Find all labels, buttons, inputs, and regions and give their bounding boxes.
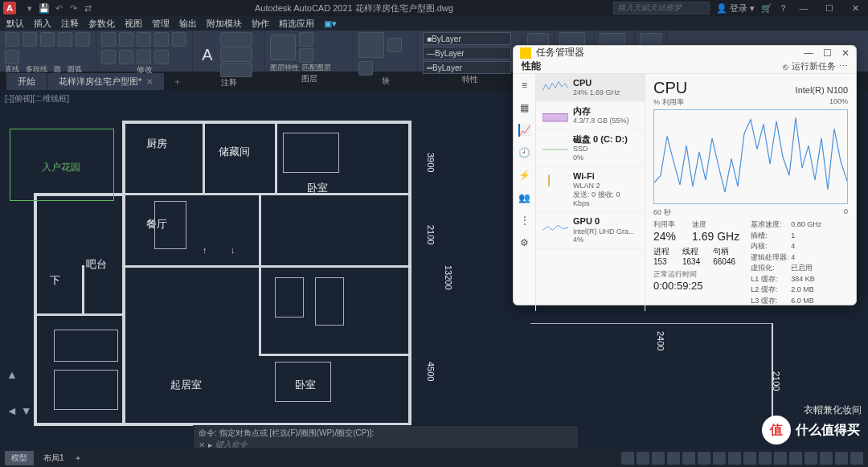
task-manager-window[interactable]: 任务管理器 — ☐ ✕ 性能 ⎋ 运行新任务 ⋯ ≡ ▦ 📈 🕘 ⚡ 👥 ⋮ ⚙ [513, 45, 857, 305]
tab-file[interactable]: 花样洋房住宅户型图*✕ [47, 73, 165, 90]
menu-view[interactable]: 视图 [125, 18, 142, 30]
tool-rect[interactable] [76, 32, 90, 47]
help-icon[interactable]: ？ [779, 2, 788, 14]
tool-copy[interactable] [154, 32, 169, 47]
tm-item-cpu[interactable]: CPU24% 1.69 GHz [536, 74, 645, 102]
minimize-icon[interactable]: — [794, 3, 813, 13]
tool-circle[interactable] [40, 32, 55, 47]
qat-share-icon[interactable]: ⇄ [80, 1, 95, 15]
tool-layer-1[interactable] [299, 32, 313, 47]
menu-parametric[interactable]: 参数化 [88, 18, 115, 30]
command-line[interactable]: 命令: 指定对角点或 [栏选(F)/圈围(WP)/圈交(CP)]: ✕ ▸ 键入… [193, 425, 579, 449]
tab-model[interactable]: 模型 [5, 451, 34, 465]
status-grid-icon[interactable] [621, 452, 634, 465]
tab-layout1[interactable]: 布局1 [37, 451, 71, 465]
qat-undo-icon[interactable]: ↶ [51, 1, 66, 15]
viewport-label[interactable]: [-][俯视][二维线框] [5, 93, 69, 104]
cart-icon[interactable]: 🛒 [761, 3, 772, 14]
tm-nav-services-icon[interactable]: ⚙ [518, 236, 531, 249]
status-qp-icon[interactable] [743, 452, 756, 465]
ucs-icon[interactable]: ▲ ◄ ▼ [6, 404, 32, 417]
bylayer-weight[interactable]: ═ ByLayer [423, 61, 511, 74]
tm-close-icon[interactable]: ✕ [841, 47, 850, 59]
qat-menu-icon[interactable]: ▾ [23, 1, 37, 15]
menu-addins[interactable]: 附加模块 [207, 18, 242, 30]
menu-insert[interactable]: 插入 [34, 18, 51, 30]
tool-polyline[interactable] [23, 32, 37, 47]
tool-line[interactable] [5, 32, 19, 47]
tm-maximize-icon[interactable]: ☐ [823, 47, 832, 59]
tool-linear[interactable] [220, 32, 252, 47]
tool-arc[interactable] [58, 32, 72, 47]
tm-nav-history-icon[interactable]: 🕘 [518, 146, 531, 159]
tm-more-icon[interactable]: ⋯ [839, 61, 848, 72]
tool-insert[interactable] [358, 32, 384, 58]
tool-hatch[interactable] [5, 50, 19, 64]
tab-new-icon[interactable]: ＋ [165, 76, 190, 88]
tm-item-memory[interactable]: 内存4.3/7.8 GB (55%) [536, 102, 645, 130]
tm-item-disk[interactable]: 磁盘 0 (C: D:)SSD0% [536, 130, 645, 167]
tab-add-icon[interactable]: ＋ [74, 453, 82, 464]
tm-nav-menu-icon[interactable]: ≡ [518, 79, 531, 92]
menu-collab[interactable]: 协作 [252, 18, 269, 30]
bylayer-line[interactable]: — ByLayer [423, 47, 511, 59]
status-snap-icon[interactable] [637, 452, 649, 465]
tm-nav-processes-icon[interactable]: ▦ [518, 101, 531, 114]
tm-item-wifi[interactable]: Wi-FiWLAN 2发送: 0 接收: 0 Kbps [536, 167, 645, 213]
tm-nav-startup-icon[interactable]: ⚡ [518, 169, 531, 182]
tab-close-icon[interactable]: ✕ [146, 77, 153, 86]
cmd-close-icon[interactable]: ✕ [199, 440, 205, 449]
tool-trim[interactable] [137, 32, 151, 47]
menu-output[interactable]: 输出 [179, 18, 197, 30]
tm-nav-users-icon[interactable]: 👥 [518, 191, 531, 204]
status-osnap-icon[interactable] [682, 452, 695, 465]
tool-mirror[interactable] [172, 32, 186, 47]
status-hw-icon[interactable] [805, 452, 817, 465]
menu-more-icon[interactable]: ▣▾ [324, 18, 337, 29]
qat-redo-icon[interactable]: ↷ [66, 1, 80, 15]
close-icon[interactable]: ✕ [845, 3, 865, 14]
help-search-input[interactable]: 猫入天赋天动察梦 [613, 2, 710, 14]
status-anno-icon[interactable] [774, 452, 787, 465]
tool-fillet[interactable] [101, 50, 116, 64]
menu-default[interactable]: 默认 [6, 18, 24, 30]
bylayer-color[interactable]: ■ ByLayer [423, 32, 511, 45]
status-iso-icon[interactable] [820, 452, 833, 465]
login-button[interactable]: 👤 登录 ▾ [716, 2, 755, 14]
tm-nav-details-icon[interactable]: ⋮ [518, 214, 531, 227]
tool-move[interactable] [101, 32, 116, 47]
menu-annotate[interactable]: 注释 [61, 18, 79, 30]
menu-express[interactable]: 精选应用 [279, 18, 314, 30]
status-trans-icon[interactable] [728, 452, 741, 465]
maximize-icon[interactable]: ☐ [820, 3, 839, 14]
tm-runnew-button[interactable]: 运行新任务 [792, 60, 836, 72]
status-otrack-icon[interactable] [698, 452, 710, 465]
qat-save-icon[interactable]: 💾 [37, 1, 51, 15]
tm-titlebar[interactable]: 任务管理器 — ☐ ✕ [514, 46, 856, 59]
menu-manage[interactable]: 管理 [152, 18, 170, 30]
status-polar-icon[interactable] [667, 452, 680, 465]
tool-edit[interactable] [358, 61, 373, 76]
tool-table[interactable] [220, 63, 252, 77]
status-clean-icon[interactable] [835, 452, 848, 465]
status-ws-icon[interactable] [789, 452, 802, 465]
status-lwt-icon[interactable] [713, 452, 726, 465]
tool-scale[interactable] [137, 50, 151, 64]
tool-layerprops[interactable] [270, 35, 296, 60]
tm-item-gpu[interactable]: GPU 0Intel(R) UHD Gra...4% [536, 212, 645, 249]
tool-stretch[interactable] [119, 50, 133, 64]
tool-text[interactable]: A [198, 43, 217, 66]
tm-nav-performance-icon[interactable]: 📈 [518, 124, 531, 137]
tool-rotate[interactable] [119, 32, 133, 47]
tab-start[interactable]: 开始 [6, 73, 47, 90]
status-ortho-icon[interactable] [652, 452, 665, 465]
tool-create[interactable] [387, 38, 402, 52]
tool-array[interactable] [154, 50, 169, 64]
tm-minimize-icon[interactable]: — [804, 47, 813, 59]
tool-leader[interactable] [220, 47, 252, 62]
status-sc-icon[interactable] [759, 452, 772, 465]
tm-runnew-icon[interactable]: ⎋ [783, 62, 788, 72]
tool-layer-2[interactable] [299, 48, 313, 63]
command-input[interactable]: 键入命令 [215, 439, 248, 450]
status-cust-icon[interactable] [850, 452, 863, 465]
